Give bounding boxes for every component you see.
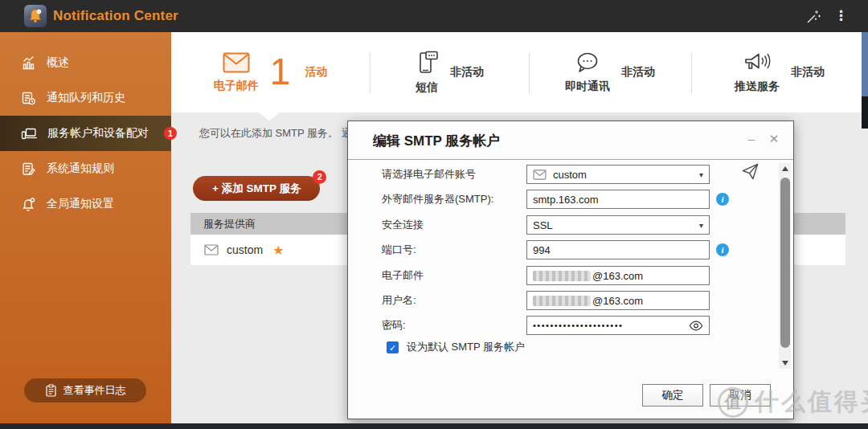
event-log-button-label: 查看事件日志 — [63, 383, 126, 398]
default-smtp-checkbox-row[interactable]: ✓ 设为默认 SMTP 服务帐户 — [387, 340, 525, 354]
tab-im-label: 即时通讯 — [565, 80, 610, 94]
tab-push-label: 推送服务 — [735, 80, 780, 94]
tab-sms[interactable]: 短信 非活动 — [370, 32, 529, 112]
minimize-icon[interactable]: – — [743, 131, 760, 147]
scroll-down-arrow[interactable] — [779, 358, 791, 369]
sidebar-item-system-rules[interactable]: 系统通知规则 — [0, 151, 171, 186]
username-input[interactable]: @163.com — [526, 291, 710, 310]
tab-email-count: 1 — [270, 55, 291, 88]
info-icon[interactable]: i — [716, 243, 729, 256]
scroll-up-arrow[interactable] — [779, 163, 791, 174]
sidebar-item-label: 通知队列和历史 — [47, 91, 125, 105]
add-button-badge: 2 — [313, 170, 326, 184]
email-icon — [223, 52, 250, 73]
password-label: 密码: — [382, 316, 406, 335]
security-select[interactable]: SSL ▾ — [526, 215, 710, 235]
password-input[interactable]: ••••••••••••••••••••• — [526, 316, 710, 335]
email-label: 电子邮件 — [382, 266, 424, 285]
censored-text — [533, 271, 591, 281]
bell-settings-icon — [21, 197, 36, 212]
port-label: 端口号: — [382, 240, 416, 259]
document-pen-icon — [21, 161, 36, 177]
edit-smtp-dialog: 编辑 SMTP 服务帐户 – ✕ 请选择电子邮件账号 custom ▾ 外寄邮件… — [347, 121, 794, 419]
show-password-eye-icon[interactable] — [689, 321, 703, 331]
email-suffix: @163.com — [592, 270, 643, 282]
info-icon[interactable]: i — [716, 193, 729, 206]
email-input[interactable]: @163.com — [526, 266, 710, 285]
account-select-value: custom — [553, 169, 587, 181]
bottom-edge-bar — [0, 423, 868, 429]
add-button-label: + 添加 SMTP 服务 — [212, 182, 301, 196]
tab-push-status: 非活动 — [791, 65, 825, 80]
password-dots: ••••••••••••••••••••• — [533, 321, 623, 330]
right-edge-artifact-blue — [862, 32, 868, 96]
tab-sms-label: 短信 — [416, 80, 438, 95]
devices-icon — [21, 126, 37, 141]
cancel-button[interactable]: 取消 — [710, 384, 771, 407]
app-title: Notification Center — [53, 0, 178, 32]
username-label: 用户名: — [382, 291, 416, 310]
chevron-down-icon: ▾ — [699, 170, 703, 179]
notification-badge: 1 — [164, 127, 177, 140]
sidebar-item-label: 概述 — [47, 55, 69, 70]
sidebar-item-overview[interactable]: 概述 — [0, 45, 171, 80]
account-select-label: 请选择电子邮件账号 — [382, 165, 476, 184]
dialog-scrollbar[interactable] — [779, 163, 791, 369]
bell-gear-icon — [27, 8, 43, 24]
smtp-server-value: smtp.163.com — [533, 194, 599, 206]
bar-chart-icon — [21, 55, 36, 71]
checkbox-label: 设为默认 SMTP 服务帐户 — [407, 340, 525, 354]
sms-icon — [415, 51, 439, 75]
security-value: SSL — [533, 219, 553, 231]
channel-tab-bar: 电子邮件 1 活动 短信 非活动 — [171, 32, 868, 112]
tab-sms-status: 非活动 — [450, 65, 484, 80]
tab-push-service[interactable]: 推送服务 非活动 — [691, 32, 868, 112]
port-input[interactable]: 994 — [526, 240, 710, 259]
ok-button[interactable]: 确定 — [642, 384, 703, 407]
view-event-log-button[interactable]: 查看事件日志 — [24, 378, 146, 402]
dialog-titlebar: 编辑 SMTP 服务帐户 – ✕ — [348, 121, 793, 160]
smtp-server-input[interactable]: smtp.163.com — [526, 190, 710, 209]
chat-bubble-icon — [575, 51, 600, 74]
smtp-server-label: 外寄邮件服务器(SMTP): — [382, 190, 493, 209]
megaphone-icon — [743, 51, 772, 74]
sidebar-item-global-settings[interactable]: 全局通知设置 — [0, 186, 171, 222]
envelope-icon — [533, 170, 547, 180]
active-tab-notch — [259, 112, 280, 121]
notification-center-app-icon — [24, 5, 47, 27]
security-label: 安全连接 — [382, 215, 424, 235]
kebab-menu-icon[interactable]: ⋮ — [834, 6, 847, 26]
chevron-down-icon: ▾ — [699, 221, 703, 230]
tab-instant-messaging[interactable]: 即时通讯 非活动 — [529, 32, 691, 112]
right-edge-artifact-dark — [862, 96, 868, 129]
close-icon[interactable]: ✕ — [766, 131, 782, 147]
clipboard-icon — [45, 384, 57, 397]
sidebar-item-queue-history[interactable]: 通知队列和历史 — [0, 80, 171, 116]
list-history-icon — [21, 91, 36, 106]
sidebar-item-service-accounts[interactable]: 服务帐户和设备配对 1 — [0, 116, 171, 151]
sidebar-item-label: 全局通知设置 — [47, 197, 114, 211]
envelope-icon — [204, 244, 219, 255]
provider-name: custom — [227, 243, 263, 256]
app-header: Notification Center ⋮ — [0, 0, 868, 32]
account-select[interactable]: custom ▾ — [526, 165, 710, 184]
checkbox-checked[interactable]: ✓ — [387, 341, 399, 353]
magic-wand-icon[interactable] — [805, 8, 821, 24]
username-suffix: @163.com — [592, 295, 643, 307]
tab-im-status: 非活动 — [621, 65, 655, 80]
tab-email[interactable]: 电子邮件 1 活动 — [171, 32, 370, 112]
default-star-icon: ★ — [272, 243, 284, 258]
send-test-mail-icon[interactable] — [741, 162, 760, 184]
scrollbar-thumb[interactable] — [780, 178, 790, 348]
tab-email-status: 活动 — [305, 65, 327, 80]
tab-email-label: 电子邮件 — [214, 79, 259, 93]
sidebar: 概述 通知队列和历史 服务帐户和设备配对 1 — [0, 32, 171, 423]
sidebar-item-label: 服务帐户和设备配对 — [47, 126, 149, 141]
sidebar-nav: 概述 通知队列和历史 服务帐户和设备配对 1 — [0, 32, 171, 222]
port-value: 994 — [533, 244, 551, 256]
add-smtp-service-button[interactable]: + 添加 SMTP 服务 2 — [193, 176, 320, 201]
censored-text — [533, 296, 591, 306]
dialog-title: 编辑 SMTP 服务帐户 — [373, 132, 500, 150]
sidebar-item-label: 系统通知规则 — [47, 161, 114, 176]
